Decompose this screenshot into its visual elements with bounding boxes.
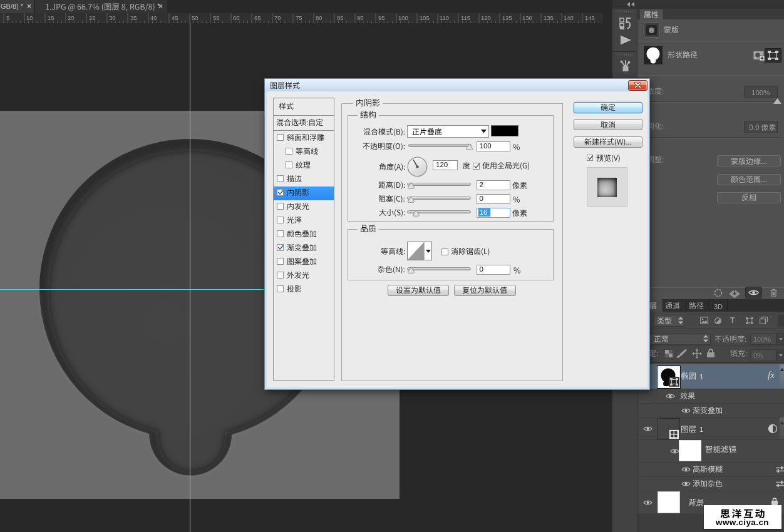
svg-text:95: 95 <box>378 14 385 21</box>
svg-text:135: 135 <box>544 14 554 21</box>
svg-text:30: 30 <box>109 14 116 21</box>
svg-text:110: 110 <box>440 14 449 21</box>
svg-text:80: 80 <box>316 14 322 21</box>
svg-text:55: 55 <box>213 14 220 21</box>
svg-text:15: 15 <box>48 14 54 21</box>
svg-text:35: 35 <box>130 14 137 21</box>
svg-text:65: 65 <box>254 14 261 21</box>
svg-text:85: 85 <box>337 14 344 21</box>
svg-text:125: 125 <box>502 14 512 21</box>
svg-text:40: 40 <box>150 14 157 21</box>
svg-text:20: 20 <box>68 14 75 21</box>
svg-text:145: 145 <box>585 14 595 21</box>
svg-text:50: 50 <box>192 14 199 21</box>
svg-text:140: 140 <box>564 14 574 21</box>
svg-text:130: 130 <box>522 14 532 21</box>
svg-text:120: 120 <box>481 14 491 21</box>
svg-text:100: 100 <box>398 14 408 21</box>
svg-text:90: 90 <box>357 14 364 21</box>
svg-text:70: 70 <box>274 14 281 21</box>
svg-text:75: 75 <box>296 14 302 21</box>
svg-text:105: 105 <box>420 14 430 21</box>
svg-text:10: 10 <box>26 14 33 21</box>
svg-text:60: 60 <box>233 14 240 21</box>
svg-text:115: 115 <box>461 14 470 21</box>
svg-text:25: 25 <box>89 14 96 21</box>
svg-text:45: 45 <box>172 14 178 21</box>
svg-text:5: 5 <box>6 14 9 21</box>
